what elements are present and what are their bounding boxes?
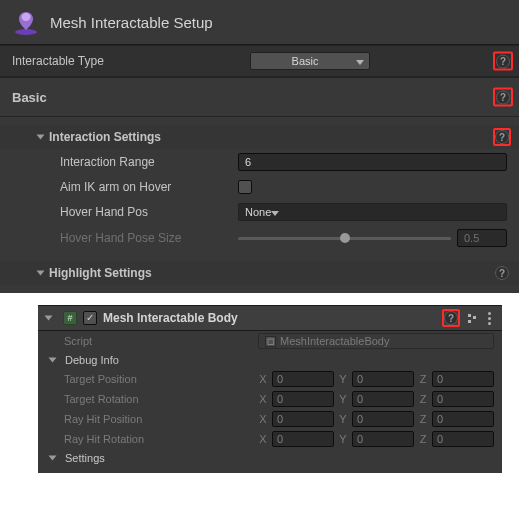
aim-ik-label: Aim IK arm on Hover [60,180,171,194]
axis-z-label: Z [418,413,428,425]
script-reference-field: ▢ MeshInteractableBody [258,333,494,349]
hover-hand-pos-label: Hover Hand Pos [60,205,148,219]
axis-z-label: Z [418,373,428,385]
axis-y-input[interactable]: 0 [352,371,414,387]
axis-z-input[interactable]: 0 [432,411,494,427]
axis-x-input[interactable]: 0 [272,371,334,387]
axis-x-input[interactable]: 0 [272,411,334,427]
axis-y-label: Y [338,433,348,445]
script-label: Script [64,335,252,347]
chevron-down-icon [271,206,279,218]
highlight-settings-foldout[interactable]: Highlight Settings ? [0,261,519,285]
help-button[interactable]: ? [442,309,460,327]
inspector-title: Mesh Interactable Setup [50,14,213,31]
component-enable-checkbox[interactable] [83,311,97,325]
axis-z-input[interactable]: 0 [432,371,494,387]
interactable-type-label: Interactable Type [12,54,104,68]
foldout-arrow-icon [45,316,53,321]
interaction-range-label: Interaction Range [60,155,155,169]
vector3-row: Ray Hit RotationX0Y0Z0 [38,429,502,449]
help-button[interactable]: ? [495,266,509,280]
vector3-row: Target PositionX0Y0Z0 [38,369,502,389]
interactable-type-row: Interactable Type Basic ? [0,45,519,77]
interaction-settings-foldout[interactable]: Interaction Settings ? [0,125,519,149]
vector3-row: Target RotationX0Y0Z0 [38,389,502,409]
axis-y-input[interactable]: 0 [352,431,414,447]
axis-y-input[interactable]: 0 [352,391,414,407]
foldout-arrow-icon [37,271,45,276]
help-button[interactable]: ? [493,88,513,107]
settings-foldout[interactable]: Settings [38,449,502,467]
chevron-down-icon [356,55,364,67]
axis-z-input[interactable]: 0 [432,391,494,407]
interaction-range-input[interactable]: 6 [238,153,507,171]
interactable-type-dropdown[interactable]: Basic [250,52,370,70]
axis-z-label: Z [418,433,428,445]
svg-point-1 [22,13,31,21]
axis-y-label: Y [338,413,348,425]
axis-y-label: Y [338,373,348,385]
component-header[interactable]: # Mesh Interactable Body ? [38,305,502,331]
axis-z-label: Z [418,393,428,405]
foldout-arrow-icon [37,135,45,140]
help-button[interactable]: ? [493,128,511,146]
foldout-arrow-icon [49,358,57,363]
axis-y-label: Y [338,393,348,405]
hover-pose-size-slider[interactable] [238,237,451,240]
field-label: Ray Hit Position [64,413,252,425]
preset-icon[interactable] [466,312,478,324]
axis-x-input[interactable]: 0 [272,391,334,407]
script-icon: # [63,311,77,325]
kebab-menu-icon[interactable] [484,312,494,325]
field-label: Target Rotation [64,393,252,405]
axis-x-input[interactable]: 0 [272,431,334,447]
foldout-arrow-icon [49,456,57,461]
hover-pose-size-label: Hover Hand Pose Size [60,231,181,245]
axis-x-label: X [258,393,268,405]
component-title: Mesh Interactable Body [103,311,238,325]
help-button[interactable]: ? [493,52,513,71]
axis-x-label: X [258,373,268,385]
hover-hand-pos-field[interactable]: None [238,203,507,221]
aim-ik-checkbox[interactable] [238,180,252,194]
hover-pose-size-value[interactable]: 0.5 [457,229,507,247]
mesh-logo-icon [12,8,40,36]
basic-section-title: Basic [12,90,47,105]
field-label: Ray Hit Rotation [64,433,252,445]
axis-x-label: X [258,433,268,445]
debug-info-foldout[interactable]: Debug Info [38,351,502,369]
vector3-row: Ray Hit PositionX0Y0Z0 [38,409,502,429]
axis-z-input[interactable]: 0 [432,431,494,447]
axis-x-label: X [258,413,268,425]
inspector-header: Mesh Interactable Setup [0,0,519,45]
field-label: Target Position [64,373,252,385]
axis-y-input[interactable]: 0 [352,411,414,427]
